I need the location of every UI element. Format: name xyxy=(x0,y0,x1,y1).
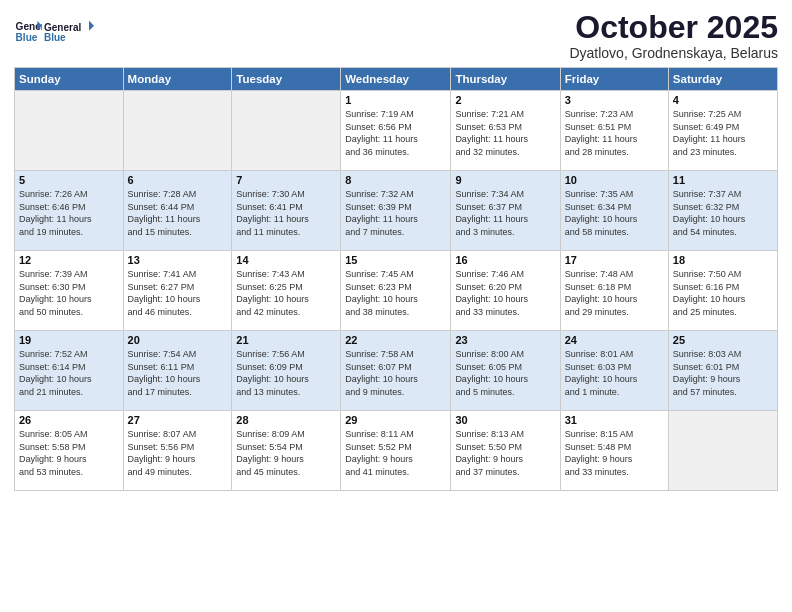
table-row: 27Sunrise: 8:07 AM Sunset: 5:56 PM Dayli… xyxy=(123,411,232,491)
table-row: 19Sunrise: 7:52 AM Sunset: 6:14 PM Dayli… xyxy=(15,331,124,411)
table-row: 25Sunrise: 8:03 AM Sunset: 6:01 PM Dayli… xyxy=(668,331,777,411)
day-number: 25 xyxy=(673,334,773,346)
calendar-week-row: 1Sunrise: 7:19 AM Sunset: 6:56 PM Daylig… xyxy=(15,91,778,171)
calendar-week-row: 5Sunrise: 7:26 AM Sunset: 6:46 PM Daylig… xyxy=(15,171,778,251)
table-row: 8Sunrise: 7:32 AM Sunset: 6:39 PM Daylig… xyxy=(341,171,451,251)
table-row: 26Sunrise: 8:05 AM Sunset: 5:58 PM Dayli… xyxy=(15,411,124,491)
header-saturday: Saturday xyxy=(668,68,777,91)
day-number: 19 xyxy=(19,334,119,346)
day-info: Sunrise: 7:23 AM Sunset: 6:51 PM Dayligh… xyxy=(565,108,664,158)
month-title: October 2025 xyxy=(569,10,778,45)
day-number: 27 xyxy=(128,414,228,426)
table-row xyxy=(232,91,341,171)
day-number: 31 xyxy=(565,414,664,426)
svg-text:Blue: Blue xyxy=(44,32,66,43)
day-info: Sunrise: 7:41 AM Sunset: 6:27 PM Dayligh… xyxy=(128,268,228,318)
day-info: Sunrise: 8:11 AM Sunset: 5:52 PM Dayligh… xyxy=(345,428,446,478)
table-row: 14Sunrise: 7:43 AM Sunset: 6:25 PM Dayli… xyxy=(232,251,341,331)
day-number: 28 xyxy=(236,414,336,426)
calendar-week-row: 26Sunrise: 8:05 AM Sunset: 5:58 PM Dayli… xyxy=(15,411,778,491)
table-row: 7Sunrise: 7:30 AM Sunset: 6:41 PM Daylig… xyxy=(232,171,341,251)
table-row: 4Sunrise: 7:25 AM Sunset: 6:49 PM Daylig… xyxy=(668,91,777,171)
table-row: 1Sunrise: 7:19 AM Sunset: 6:56 PM Daylig… xyxy=(341,91,451,171)
title-block: October 2025 Dyatlovo, Grodnenskaya, Bel… xyxy=(569,10,778,61)
day-info: Sunrise: 7:26 AM Sunset: 6:46 PM Dayligh… xyxy=(19,188,119,238)
day-info: Sunrise: 8:09 AM Sunset: 5:54 PM Dayligh… xyxy=(236,428,336,478)
table-row: 5Sunrise: 7:26 AM Sunset: 6:46 PM Daylig… xyxy=(15,171,124,251)
table-row: 24Sunrise: 8:01 AM Sunset: 6:03 PM Dayli… xyxy=(560,331,668,411)
day-number: 5 xyxy=(19,174,119,186)
table-row: 23Sunrise: 8:00 AM Sunset: 6:05 PM Dayli… xyxy=(451,331,560,411)
day-info: Sunrise: 7:52 AM Sunset: 6:14 PM Dayligh… xyxy=(19,348,119,398)
table-row: 10Sunrise: 7:35 AM Sunset: 6:34 PM Dayli… xyxy=(560,171,668,251)
table-row xyxy=(123,91,232,171)
day-number: 14 xyxy=(236,254,336,266)
calendar-week-row: 19Sunrise: 7:52 AM Sunset: 6:14 PM Dayli… xyxy=(15,331,778,411)
table-row: 15Sunrise: 7:45 AM Sunset: 6:23 PM Dayli… xyxy=(341,251,451,331)
table-row: 3Sunrise: 7:23 AM Sunset: 6:51 PM Daylig… xyxy=(560,91,668,171)
day-info: Sunrise: 7:48 AM Sunset: 6:18 PM Dayligh… xyxy=(565,268,664,318)
day-number: 10 xyxy=(565,174,664,186)
day-info: Sunrise: 7:34 AM Sunset: 6:37 PM Dayligh… xyxy=(455,188,555,238)
table-row: 13Sunrise: 7:41 AM Sunset: 6:27 PM Dayli… xyxy=(123,251,232,331)
day-number: 12 xyxy=(19,254,119,266)
table-row: 2Sunrise: 7:21 AM Sunset: 6:53 PM Daylig… xyxy=(451,91,560,171)
table-row: 22Sunrise: 7:58 AM Sunset: 6:07 PM Dayli… xyxy=(341,331,451,411)
table-row: 16Sunrise: 7:46 AM Sunset: 6:20 PM Dayli… xyxy=(451,251,560,331)
day-number: 1 xyxy=(345,94,446,106)
table-row: 18Sunrise: 7:50 AM Sunset: 6:16 PM Dayli… xyxy=(668,251,777,331)
header-friday: Friday xyxy=(560,68,668,91)
day-info: Sunrise: 7:19 AM Sunset: 6:56 PM Dayligh… xyxy=(345,108,446,158)
day-number: 20 xyxy=(128,334,228,346)
table-row: 9Sunrise: 7:34 AM Sunset: 6:37 PM Daylig… xyxy=(451,171,560,251)
day-info: Sunrise: 7:30 AM Sunset: 6:41 PM Dayligh… xyxy=(236,188,336,238)
day-number: 8 xyxy=(345,174,446,186)
day-number: 15 xyxy=(345,254,446,266)
page: General Blue General Blue October 2025 D… xyxy=(0,0,792,612)
day-number: 24 xyxy=(565,334,664,346)
day-number: 21 xyxy=(236,334,336,346)
day-number: 22 xyxy=(345,334,446,346)
day-info: Sunrise: 8:07 AM Sunset: 5:56 PM Dayligh… xyxy=(128,428,228,478)
subtitle: Dyatlovo, Grodnenskaya, Belarus xyxy=(569,45,778,61)
day-info: Sunrise: 7:25 AM Sunset: 6:49 PM Dayligh… xyxy=(673,108,773,158)
day-info: Sunrise: 7:46 AM Sunset: 6:20 PM Dayligh… xyxy=(455,268,555,318)
table-row: 28Sunrise: 8:09 AM Sunset: 5:54 PM Dayli… xyxy=(232,411,341,491)
day-number: 6 xyxy=(128,174,228,186)
header-sunday: Sunday xyxy=(15,68,124,91)
day-info: Sunrise: 8:00 AM Sunset: 6:05 PM Dayligh… xyxy=(455,348,555,398)
table-row: 31Sunrise: 8:15 AM Sunset: 5:48 PM Dayli… xyxy=(560,411,668,491)
day-info: Sunrise: 7:35 AM Sunset: 6:34 PM Dayligh… xyxy=(565,188,664,238)
day-info: Sunrise: 8:03 AM Sunset: 6:01 PM Dayligh… xyxy=(673,348,773,398)
calendar-table: Sunday Monday Tuesday Wednesday Thursday… xyxy=(14,67,778,491)
header-monday: Monday xyxy=(123,68,232,91)
day-number: 16 xyxy=(455,254,555,266)
day-number: 23 xyxy=(455,334,555,346)
day-number: 26 xyxy=(19,414,119,426)
header-thursday: Thursday xyxy=(451,68,560,91)
day-info: Sunrise: 7:54 AM Sunset: 6:11 PM Dayligh… xyxy=(128,348,228,398)
logo-graphic: General Blue xyxy=(44,14,94,50)
logo: General Blue General Blue xyxy=(14,14,94,50)
day-number: 7 xyxy=(236,174,336,186)
logo-icon: General Blue xyxy=(14,18,42,46)
day-number: 18 xyxy=(673,254,773,266)
header-tuesday: Tuesday xyxy=(232,68,341,91)
svg-text:General: General xyxy=(44,22,81,33)
day-info: Sunrise: 7:58 AM Sunset: 6:07 PM Dayligh… xyxy=(345,348,446,398)
day-info: Sunrise: 8:05 AM Sunset: 5:58 PM Dayligh… xyxy=(19,428,119,478)
day-number: 17 xyxy=(565,254,664,266)
table-row xyxy=(15,91,124,171)
header-wednesday: Wednesday xyxy=(341,68,451,91)
day-number: 30 xyxy=(455,414,555,426)
table-row xyxy=(668,411,777,491)
day-number: 2 xyxy=(455,94,555,106)
table-row: 29Sunrise: 8:11 AM Sunset: 5:52 PM Dayli… xyxy=(341,411,451,491)
day-info: Sunrise: 7:39 AM Sunset: 6:30 PM Dayligh… xyxy=(19,268,119,318)
day-info: Sunrise: 7:28 AM Sunset: 6:44 PM Dayligh… xyxy=(128,188,228,238)
table-row: 6Sunrise: 7:28 AM Sunset: 6:44 PM Daylig… xyxy=(123,171,232,251)
day-number: 3 xyxy=(565,94,664,106)
day-info: Sunrise: 8:13 AM Sunset: 5:50 PM Dayligh… xyxy=(455,428,555,478)
day-info: Sunrise: 7:45 AM Sunset: 6:23 PM Dayligh… xyxy=(345,268,446,318)
day-info: Sunrise: 7:37 AM Sunset: 6:32 PM Dayligh… xyxy=(673,188,773,238)
